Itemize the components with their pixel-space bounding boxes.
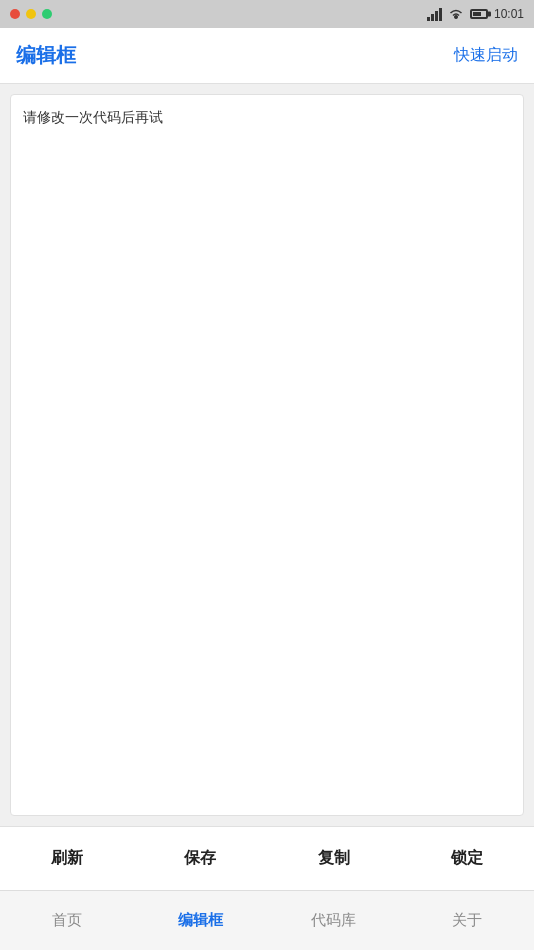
tab-about[interactable]: 关于 xyxy=(401,891,535,950)
copy-button[interactable]: 复制 xyxy=(294,840,374,877)
dot-green xyxy=(42,9,52,19)
status-bar: 10:01 xyxy=(0,0,534,28)
status-time: 10:01 xyxy=(494,7,524,21)
dot-yellow xyxy=(26,9,36,19)
action-bar: 刷新 保存 复制 锁定 xyxy=(0,826,534,890)
lock-button[interactable]: 锁定 xyxy=(427,840,507,877)
top-nav: 编辑框 快速启动 xyxy=(0,28,534,84)
editor-content: 请修改一次代码后再试 xyxy=(23,107,511,128)
app-title: 编辑框 xyxy=(16,42,76,69)
dot-red xyxy=(10,9,20,19)
refresh-button[interactable]: 刷新 xyxy=(27,840,107,877)
wifi-icon xyxy=(448,7,464,21)
save-button[interactable]: 保存 xyxy=(160,840,240,877)
battery-icon xyxy=(470,9,488,19)
editor-container[interactable]: 请修改一次代码后再试 xyxy=(10,94,524,816)
quick-start-button[interactable]: 快速启动 xyxy=(454,45,518,66)
status-bar-left xyxy=(10,9,52,19)
signal-icon xyxy=(427,7,442,21)
tab-codelib[interactable]: 代码库 xyxy=(267,891,401,950)
tab-home[interactable]: 首页 xyxy=(0,891,134,950)
bottom-tab-bar: 首页 编辑框 代码库 关于 xyxy=(0,890,534,950)
status-bar-right: 10:01 xyxy=(427,7,524,21)
tab-editor[interactable]: 编辑框 xyxy=(134,891,268,950)
